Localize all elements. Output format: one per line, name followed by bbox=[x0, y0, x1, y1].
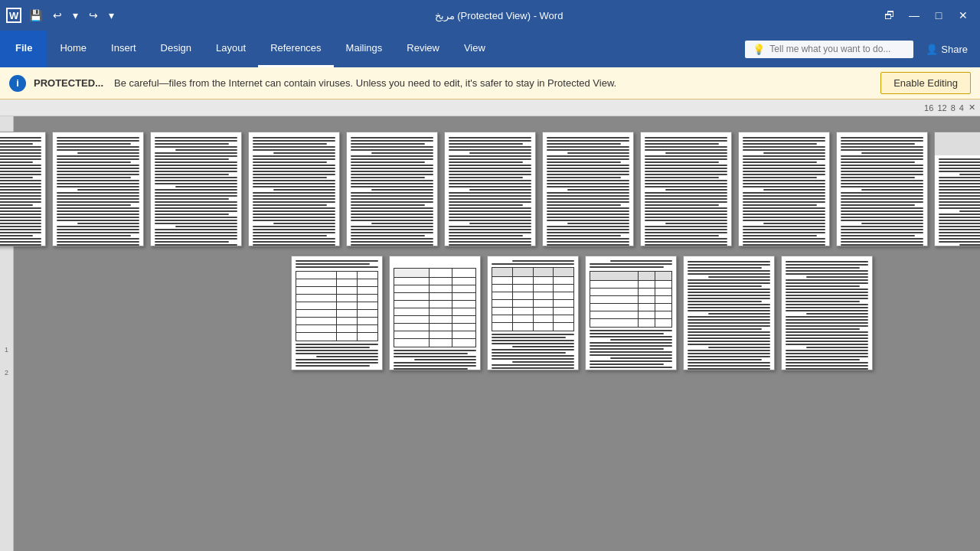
protected-info-icon: i bbox=[9, 75, 26, 92]
ruler-close-btn[interactable]: ✕ bbox=[969, 103, 975, 112]
tab-references[interactable]: References bbox=[258, 31, 333, 67]
page-thumb-3[interactable] bbox=[150, 132, 242, 246]
document-title: مريخ (Protected View) - Word bbox=[435, 10, 564, 21]
ribbon-right: 💡 👤 Share bbox=[745, 31, 980, 67]
ruler-numbers: 16 12 8 4 ✕ bbox=[924, 103, 975, 112]
pages-container bbox=[0, 132, 980, 370]
page-thumb-6[interactable] bbox=[444, 132, 536, 246]
undo-btn[interactable]: ↩ bbox=[48, 6, 67, 24]
restore-btn[interactable]: 🗗 bbox=[879, 5, 900, 26]
ruler-num-12: 12 bbox=[935, 103, 946, 112]
page-thumb-15[interactable] bbox=[585, 256, 677, 370]
ruler-num-8: 8 bbox=[949, 103, 956, 112]
tell-me-search-box[interactable]: 💡 bbox=[745, 41, 913, 58]
lightbulb-icon: 💡 bbox=[753, 44, 765, 55]
quick-access-toolbar: 💾 ↩ ▾ ↪ ▾ bbox=[24, 6, 119, 24]
tab-mailings[interactable]: Mailings bbox=[334, 31, 395, 67]
ruler-area: 16 12 8 4 ✕ bbox=[0, 99, 980, 116]
tell-me-input[interactable] bbox=[769, 44, 906, 54]
page-header-with-avatar bbox=[935, 132, 980, 155]
save-quick-btn[interactable]: 💾 bbox=[24, 6, 47, 24]
page-row-1 bbox=[0, 132, 980, 246]
page-row-2 bbox=[291, 256, 873, 370]
page-thumb-13[interactable] bbox=[389, 256, 481, 370]
tab-view[interactable]: View bbox=[452, 31, 498, 67]
protected-view-bar: i PROTECTED... Be careful—files from the… bbox=[0, 67, 980, 99]
tab-file[interactable]: File bbox=[0, 31, 47, 67]
page-thumb-7[interactable] bbox=[542, 132, 634, 246]
svg-text:W: W bbox=[9, 10, 19, 21]
person-icon: 👤 bbox=[926, 44, 938, 55]
tab-design[interactable]: Design bbox=[149, 31, 204, 67]
title-bar-left: W 💾 ↩ ▾ ↪ ▾ bbox=[6, 6, 119, 24]
close-btn[interactable]: ✕ bbox=[952, 5, 974, 26]
undo-dropdown-btn[interactable]: ▾ bbox=[68, 6, 83, 24]
customize-quick-access-btn[interactable]: ▾ bbox=[104, 6, 119, 24]
title-bar: W 💾 ↩ ▾ ↪ ▾ مريخ (Protected View) - Word… bbox=[0, 0, 980, 31]
share-button[interactable]: 👤 Share bbox=[920, 41, 974, 58]
tab-home[interactable]: Home bbox=[47, 31, 99, 67]
ruler-num-16: 16 bbox=[924, 103, 933, 112]
protected-label: PROTECTED... bbox=[34, 77, 103, 89]
page-thumb-14[interactable] bbox=[487, 256, 579, 370]
page-thumb-11[interactable] bbox=[934, 132, 980, 246]
page-thumb-4[interactable] bbox=[248, 132, 340, 246]
tab-review[interactable]: Review bbox=[394, 31, 452, 67]
window-controls: 🗗 — □ ✕ bbox=[879, 5, 974, 26]
page-thumb-16[interactable] bbox=[683, 256, 775, 370]
page-thumb-9[interactable] bbox=[738, 132, 830, 246]
document-canvas: 1 2 bbox=[0, 116, 980, 551]
redo-btn[interactable]: ↪ bbox=[84, 6, 103, 24]
tab-layout[interactable]: Layout bbox=[204, 31, 258, 67]
page-thumb-17[interactable] bbox=[781, 256, 873, 370]
maximize-btn[interactable]: □ bbox=[928, 5, 949, 26]
enable-editing-button[interactable]: Enable Editing bbox=[880, 72, 971, 94]
ribbon: File Home Insert Design Layout Reference… bbox=[0, 31, 980, 67]
word-app-icon: W bbox=[6, 8, 21, 23]
page-thumb-8[interactable] bbox=[640, 132, 732, 246]
page-thumb-1[interactable] bbox=[0, 132, 46, 246]
page-thumb-10[interactable] bbox=[836, 132, 928, 246]
page-thumb-12[interactable] bbox=[291, 256, 383, 370]
tab-insert[interactable]: Insert bbox=[99, 31, 149, 67]
protected-message: Be careful—files from the Internet can c… bbox=[114, 77, 873, 89]
minimize-btn[interactable]: — bbox=[903, 5, 925, 26]
page-thumb-2[interactable] bbox=[52, 132, 144, 246]
ruler-num-4: 4 bbox=[957, 103, 964, 112]
page-thumb-5[interactable] bbox=[346, 132, 438, 246]
